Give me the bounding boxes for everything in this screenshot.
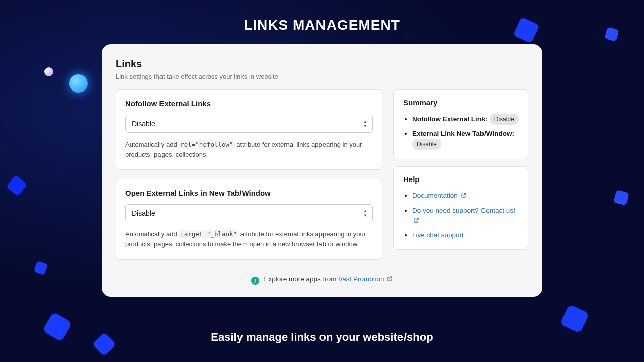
card-title: Summary [403, 98, 519, 107]
newtab-select[interactable]: Disable ▲▼ [125, 204, 373, 222]
newtab-card: Open External Links in New Tab/Window Di… [116, 179, 382, 259]
panel-footer: i Explore more apps from Vast Promotion [116, 275, 528, 285]
help-card: Help Documentation Do you need support? … [393, 166, 528, 250]
nofollow-select[interactable]: Disable ▲▼ [125, 115, 373, 133]
chevron-updown-icon: ▲▼ [363, 209, 367, 218]
page-title: LINKS MANAGEMENT [0, 0, 644, 33]
summary-label: Nofollow External Link: [412, 115, 488, 123]
section-heading: Links [116, 58, 528, 70]
select-value: Disable [132, 209, 155, 217]
page-tagline: Easily manage links on your website/shop [0, 331, 644, 344]
decorative-shape [34, 261, 48, 275]
helper-text: Automatically add rel="nofollow" attribu… [125, 140, 373, 159]
info-icon: i [251, 277, 259, 285]
nofollow-card: Nofollow External Links Disable ▲▼ Autom… [116, 89, 382, 170]
decorative-shape [613, 190, 629, 206]
summary-card: Summary Nofollow External Link: Disable … [393, 89, 528, 159]
livechat-link[interactable]: Live chat support [412, 231, 464, 239]
decorative-orb [69, 74, 88, 93]
summary-label: External Link New Tab/Window: [412, 130, 514, 137]
status-badge: Disable [490, 114, 519, 125]
card-title: Help [403, 175, 519, 184]
chevron-updown-icon: ▲▼ [363, 120, 367, 128]
code-snippet: target="_blank" [179, 230, 238, 238]
documentation-link[interactable]: Documentation [412, 192, 467, 199]
card-title: Nofollow External Links [125, 99, 373, 108]
status-badge: Disable [412, 139, 441, 150]
summary-item: External Link New Tab/Window: Disable [412, 129, 519, 150]
external-link-icon [413, 216, 419, 226]
footer-text: Explore more apps from [264, 275, 338, 283]
summary-item: Nofollow External Link: Disable [412, 114, 519, 125]
external-link-icon [461, 191, 467, 201]
decorative-shape [560, 304, 589, 333]
external-link-icon [387, 276, 393, 283]
support-link[interactable]: Do you need support? Contact us! [412, 207, 515, 224]
code-snippet: rel="nofollow" [179, 140, 234, 149]
card-title: Open External Links in New Tab/Window [125, 189, 373, 197]
helper-text: Automatically add target="_blank" attrib… [125, 229, 373, 249]
vast-promotion-link[interactable]: Vast Promotion [338, 275, 393, 283]
decorative-shape [6, 175, 27, 196]
section-subheading: Link settings that take effect across yo… [116, 73, 528, 80]
settings-panel: Links Link settings that take effect acr… [102, 44, 542, 297]
decorative-orb [44, 67, 53, 76]
select-value: Disable [132, 120, 155, 128]
